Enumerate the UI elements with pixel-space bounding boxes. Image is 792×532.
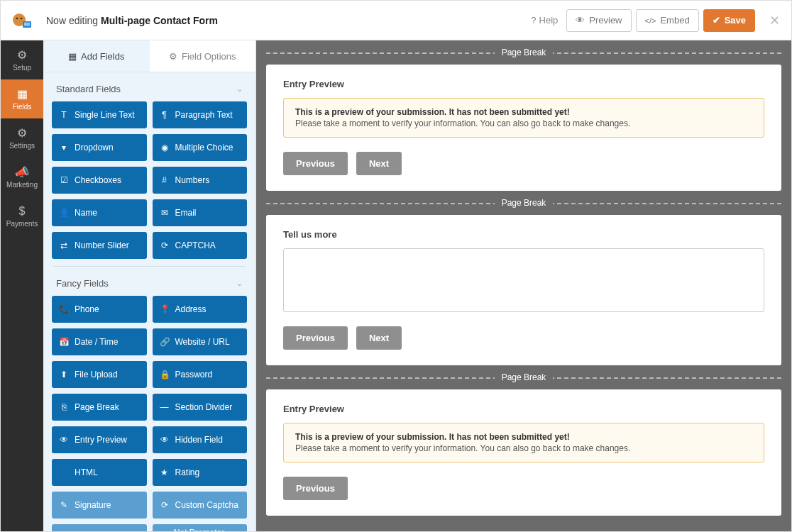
help-link[interactable]: ? Help xyxy=(531,15,558,26)
chevron-down-icon: ⌄ xyxy=(236,84,243,94)
form-card[interactable]: Entry Preview This is a preview of your … xyxy=(266,65,781,191)
marketing-icon: 📣 xyxy=(15,165,29,179)
field-icon: 🔗 xyxy=(160,337,170,347)
editing-label: Now editing Multi-page Contact Form xyxy=(46,15,218,26)
textarea-input[interactable] xyxy=(283,248,764,312)
chevron-down-icon: ⌄ xyxy=(236,279,243,288)
settings-icon: ⚙ xyxy=(17,126,27,140)
left-nav: ⚙Setup▦Fields⚙Settings📣Marketing$Payment… xyxy=(1,40,43,531)
previous-button[interactable]: Previous xyxy=(283,152,348,175)
leftnav-item-marketing[interactable]: 📣Marketing xyxy=(1,157,43,196)
svg-point-1 xyxy=(16,17,18,19)
save-button[interactable]: ✔ Save xyxy=(703,9,755,32)
fields-sidebar: ▦ Add Fields ⚙ Field Options Standard Fi… xyxy=(43,40,256,531)
topbar: Now editing Multi-page Contact Form ? He… xyxy=(1,1,791,40)
entry-preview-notice: This is a preview of your submission. It… xyxy=(283,98,764,138)
field-html[interactable]: HTML xyxy=(52,459,147,486)
field-icon: 📞 xyxy=(59,304,69,314)
page-break-divider: Page Break xyxy=(266,191,781,215)
section-header[interactable]: Standard Fields⌄ xyxy=(52,72,247,101)
previous-button[interactable]: Previous xyxy=(283,477,348,500)
field-icon: ☑ xyxy=(59,175,69,185)
grid-icon: ▦ xyxy=(68,51,77,62)
field-icon: 👁 xyxy=(59,435,69,445)
svg-point-2 xyxy=(21,17,23,19)
form-card[interactable]: Entry Preview This is a preview of your … xyxy=(266,389,781,516)
form-card[interactable]: Tell us morePreviousNext xyxy=(266,215,781,365)
field-likert-scale[interactable]: ▤Likert Scale xyxy=(52,524,147,531)
field-icon: ◉ xyxy=(160,143,170,153)
next-button[interactable]: Next xyxy=(356,326,402,350)
field-net-promoter-score[interactable]: ⊛Net Promoter Score xyxy=(153,524,248,531)
section-header[interactable]: Fancy Fields⌄ xyxy=(52,267,247,296)
leftnav-item-setup[interactable]: ⚙Setup xyxy=(1,40,43,79)
leftnav-item-settings[interactable]: ⚙Settings xyxy=(1,118,43,157)
field-dropdown[interactable]: ▾Dropdown xyxy=(52,134,147,161)
field-number-slider[interactable]: ⇄Number Slider xyxy=(52,232,147,259)
close-button[interactable]: ✕ xyxy=(769,13,780,28)
field-icon: ⟳ xyxy=(160,240,170,250)
field-title: Entry Preview xyxy=(283,404,764,414)
field-hidden-field[interactable]: 👁Hidden Field xyxy=(153,426,248,453)
previous-button[interactable]: Previous xyxy=(283,326,348,350)
field-icon: 📍 xyxy=(160,304,170,314)
field-icon: ⟳ xyxy=(160,500,170,510)
embed-button[interactable]: </> Embed xyxy=(636,9,699,32)
field-website-url[interactable]: 🔗Website / URL xyxy=(153,328,248,355)
svg-rect-4 xyxy=(24,23,30,23)
field-numbers[interactable]: #Numbers xyxy=(153,167,248,194)
field-email[interactable]: ✉Email xyxy=(153,199,248,226)
field-icon: ⎘ xyxy=(59,402,69,412)
field-icon: ✉ xyxy=(160,208,170,218)
field-name[interactable]: 👤Name xyxy=(52,199,147,226)
field-page-break[interactable]: ⎘Page Break xyxy=(52,394,147,421)
field-icon: 👁 xyxy=(160,435,170,445)
fields-icon: ▦ xyxy=(17,87,28,101)
field-icon: 📅 xyxy=(59,337,69,347)
tab-add-fields[interactable]: ▦ Add Fields xyxy=(43,40,150,72)
leftnav-item-fields[interactable]: ▦Fields xyxy=(1,79,43,118)
tab-field-options[interactable]: ⚙ Field Options xyxy=(150,40,256,72)
field-paragraph-text[interactable]: ¶Paragraph Text xyxy=(153,101,248,128)
field-custom-captcha[interactable]: ⟳Custom Captcha xyxy=(153,492,248,519)
preview-button[interactable]: 👁 Preview xyxy=(566,9,631,32)
svg-rect-5 xyxy=(24,24,30,25)
check-icon: ✔ xyxy=(713,15,720,26)
field-password[interactable]: 🔒Password xyxy=(153,361,248,388)
code-icon: </> xyxy=(645,16,656,25)
field-icon: ✎ xyxy=(59,500,69,510)
field-icon: — xyxy=(160,402,170,412)
field-entry-preview[interactable]: 👁Entry Preview xyxy=(52,426,147,453)
field-address[interactable]: 📍Address xyxy=(153,296,248,323)
field-icon: # xyxy=(160,175,170,185)
field-signature[interactable]: ✎Signature xyxy=(52,492,147,519)
sliders-icon: ⚙ xyxy=(169,51,177,62)
field-icon: ⬆ xyxy=(59,370,69,379)
form-canvas: Page BreakEntry Preview This is a previe… xyxy=(256,40,791,531)
leftnav-item-payments[interactable]: $Payments xyxy=(1,196,43,235)
app-logo xyxy=(12,11,32,31)
field-icon: ▾ xyxy=(59,143,69,153)
field-date-time[interactable]: 📅Date / Time xyxy=(52,328,147,355)
field-captcha[interactable]: ⟳CAPTCHA xyxy=(153,232,248,259)
field-icon: T xyxy=(59,110,69,120)
help-icon: ? xyxy=(531,15,536,26)
payments-icon: $ xyxy=(19,205,26,218)
setup-icon: ⚙ xyxy=(17,48,27,62)
field-single-line-text[interactable]: TSingle Line Text xyxy=(52,101,147,128)
field-icon: ★ xyxy=(160,467,170,477)
field-icon: 👤 xyxy=(59,208,69,218)
field-section-divider[interactable]: —Section Divider xyxy=(153,394,248,421)
page-break-divider: Page Break xyxy=(266,365,781,389)
field-multiple-choice[interactable]: ◉Multiple Choice xyxy=(153,134,248,161)
field-title: Tell us more xyxy=(283,229,764,240)
field-checkboxes[interactable]: ☑Checkboxes xyxy=(52,167,147,194)
field-rating[interactable]: ★Rating xyxy=(153,459,248,486)
next-button[interactable]: Next xyxy=(356,152,402,175)
eye-icon: 👁 xyxy=(576,15,585,26)
field-phone[interactable]: 📞Phone xyxy=(52,296,147,323)
entry-preview-notice: This is a preview of your submission. It… xyxy=(283,423,764,462)
field-file-upload[interactable]: ⬆File Upload xyxy=(52,361,147,388)
field-icon: ⇄ xyxy=(59,240,69,250)
page-break-divider: Page Break xyxy=(266,40,781,65)
